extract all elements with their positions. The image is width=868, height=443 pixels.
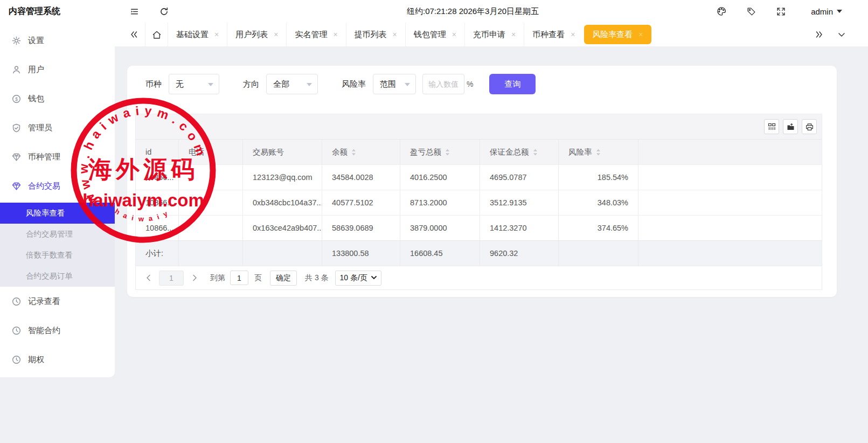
column-header-margin-total[interactable]: 保证金总额 xyxy=(480,140,559,164)
sort-icon xyxy=(351,149,356,156)
currency-select-value: 无 xyxy=(176,79,184,89)
sidebar-item-records-view[interactable]: 记录查看 xyxy=(0,287,115,316)
print-button[interactable] xyxy=(802,119,817,134)
tab-close-icon[interactable]: × xyxy=(214,30,219,39)
tab-risk-rate-view-active[interactable]: 风险率查看 × xyxy=(584,25,651,44)
tabs-scroll-left-icon[interactable] xyxy=(122,23,145,46)
sidebar-item-admins[interactable]: 管理员 xyxy=(0,113,115,142)
tab-real-name-manage[interactable]: 实名管理 × xyxy=(286,23,345,46)
cell-margin: 4695.0787 xyxy=(480,165,559,190)
cell-risk-rate: 348.03% xyxy=(559,190,638,215)
sidebar-item-smart-contract[interactable]: 智能合约 xyxy=(0,316,115,345)
refresh-icon[interactable] xyxy=(156,0,172,23)
search-button[interactable]: 查询 xyxy=(489,74,536,94)
sidebar-collapse-icon[interactable] xyxy=(126,0,142,23)
tabs-menu-chevron-icon[interactable] xyxy=(830,23,853,46)
submenu-item-multiplier-lots-view[interactable]: 倍数手数查看 xyxy=(0,245,115,266)
page-size-value: 10 条/页 xyxy=(340,273,367,283)
export-icon xyxy=(787,123,795,131)
subtotal-empty xyxy=(638,241,822,266)
sidebar-item-label: 设置 xyxy=(28,36,44,46)
contract-trading-submenu: 风险率查看 合约交易管理 倍数手数查看 合约交易订单 xyxy=(0,203,115,287)
submenu-item-label: 合约交易管理 xyxy=(26,229,73,239)
user-menu[interactable]: admin xyxy=(811,0,842,23)
tag-icon[interactable] xyxy=(743,0,759,23)
submenu-item-contract-trade-manage[interactable]: 合约交易管理 xyxy=(0,224,115,245)
top-bar: 内容管理系统 纽约:07:21:28 2026年3月20日星期五 admin xyxy=(0,0,868,23)
subtotal-label: 小计: xyxy=(136,241,179,266)
tab-label: 风险率查看 xyxy=(592,30,633,40)
submenu-item-label: 合约交易订单 xyxy=(26,271,73,281)
sidebar-item-settings[interactable]: 设置 xyxy=(0,26,115,55)
sidebar-item-coin-management[interactable]: 币种管理 xyxy=(0,142,115,171)
subtotal-empty xyxy=(559,241,638,266)
tab-close-icon[interactable]: × xyxy=(274,30,278,39)
tabs-scroll-right-icon[interactable] xyxy=(808,23,830,46)
tab-label: 实名管理 xyxy=(295,30,327,40)
theme-palette-icon[interactable] xyxy=(713,0,730,23)
world-clock-text: 纽约:07:21:28 2026年3月20日星期五 xyxy=(407,0,539,23)
risk-value-input[interactable] xyxy=(422,74,464,94)
sort-icon xyxy=(533,149,538,156)
risk-rate-filter-label: 风险率 xyxy=(342,79,366,89)
page-size-select[interactable]: 10 条/页 xyxy=(335,271,381,286)
tab-close-icon[interactable]: × xyxy=(393,30,397,39)
sidebar-item-wallet[interactable]: $ 钱包 xyxy=(0,84,115,113)
tab-wallet-manage[interactable]: 钱包管理 × xyxy=(405,23,464,46)
chevron-down-icon xyxy=(307,83,312,89)
home-tab-icon[interactable] xyxy=(145,23,168,46)
sidebar-item-options[interactable]: 期权 xyxy=(0,345,115,374)
fullscreen-icon[interactable] xyxy=(773,0,789,23)
goto-confirm-button[interactable]: 确定 xyxy=(270,271,297,286)
column-header-balance[interactable]: 余额 xyxy=(322,140,400,164)
goto-page-input[interactable] xyxy=(230,271,248,285)
cell-balance: 40577.5102 xyxy=(322,190,400,215)
direction-select-value: 全部 xyxy=(273,79,289,89)
direction-select[interactable]: 全部 xyxy=(266,74,318,94)
sidebar: 设置 用户 $ 钱包 管理员 币种管理 xyxy=(0,23,115,377)
cell-filler xyxy=(638,190,822,215)
column-header-profit-total[interactable]: 盈亏总额 xyxy=(400,140,480,164)
tab-label: 币种查看 xyxy=(532,30,565,40)
cell-margin: 1412.3270 xyxy=(480,216,559,240)
cell-balance: 58639.0689 xyxy=(322,216,400,240)
sidebar-item-label: 钱包 xyxy=(28,94,44,104)
history-clock-icon xyxy=(12,297,21,306)
percent-suffix: % xyxy=(467,80,473,88)
cell-risk-rate: 185.54% xyxy=(559,165,638,190)
tab-deposit-apply[interactable]: 充币申请 × xyxy=(464,23,524,46)
tab-close-icon[interactable]: × xyxy=(333,30,337,39)
tab-basic-settings[interactable]: 基础设置 × xyxy=(168,23,227,46)
page-unit-label: 页 xyxy=(254,273,262,283)
columns-icon xyxy=(768,123,776,131)
next-page-icon[interactable] xyxy=(186,274,203,281)
column-header-filler xyxy=(638,140,822,164)
column-settings-button[interactable] xyxy=(764,119,779,134)
submenu-item-contract-trade-orders[interactable]: 合约交易订单 xyxy=(0,266,115,287)
sidebar-item-contract-trading[interactable]: 合约交易 xyxy=(0,171,115,200)
tab-close-icon[interactable]: × xyxy=(638,30,643,39)
tab-close-icon[interactable]: × xyxy=(452,30,456,39)
risk-mode-select[interactable]: 范围 xyxy=(373,74,416,94)
cell-filler xyxy=(638,216,822,240)
subtotal-margin: 9620.32 xyxy=(480,241,559,266)
tab-user-list[interactable]: 用户列表 × xyxy=(227,23,286,46)
currency-select[interactable]: 无 xyxy=(169,74,219,94)
prev-page-icon[interactable] xyxy=(140,274,156,281)
tab-close-icon[interactable]: × xyxy=(571,30,575,39)
tab-coin-view[interactable]: 币种查看 × xyxy=(524,23,583,46)
sidebar-item-label: 币种管理 xyxy=(28,152,60,162)
user-icon xyxy=(12,65,21,74)
sidebar-item-users[interactable]: 用户 xyxy=(0,55,115,84)
column-header-risk-rate[interactable]: 风险率 xyxy=(559,140,638,164)
tab-close-icon[interactable]: × xyxy=(511,30,516,39)
subtotal-empty xyxy=(243,241,322,266)
cell-margin: 3512.9135 xyxy=(480,190,559,215)
history-clock-icon xyxy=(12,355,21,364)
column-header-id: id xyxy=(136,140,179,164)
page-number-button[interactable]: 1 xyxy=(159,271,184,286)
cell-profit: 3879.0000 xyxy=(400,216,480,240)
export-button[interactable] xyxy=(783,119,798,134)
tab-withdraw-list[interactable]: 提币列表 × xyxy=(346,23,405,46)
submenu-item-risk-rate-view[interactable]: 风险率查看 xyxy=(0,203,115,224)
